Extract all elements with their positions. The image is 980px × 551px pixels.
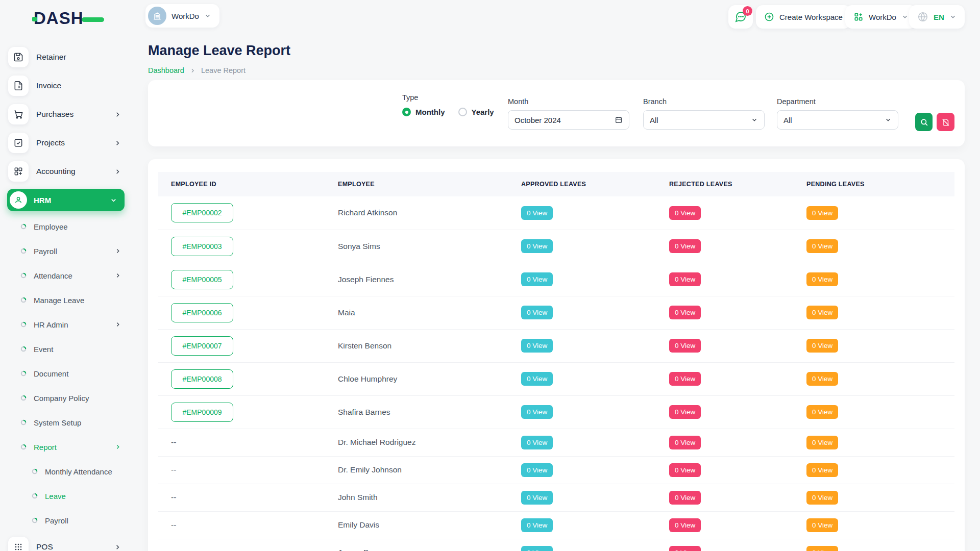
rejected-view-badge[interactable]: 0 View [669, 206, 701, 220]
messages-button[interactable]: 0 [728, 5, 753, 29]
bullet-ring-icon [32, 468, 38, 474]
sidebar-item-system-setup[interactable]: System Setup [0, 410, 133, 435]
branch-select[interactable]: All [643, 110, 765, 130]
rejected-view-badge[interactable]: 0 View [669, 272, 701, 286]
department-select[interactable]: All [777, 110, 898, 130]
sidebar-item-manage-leave[interactable]: Manage Leave [0, 288, 133, 312]
approved-view-badge[interactable]: 0 View [521, 491, 553, 505]
employee-name: Chloe Humphrey [338, 374, 397, 383]
employee-id-chip[interactable]: #EMP00005 [171, 270, 233, 289]
rejected-view-badge[interactable]: 0 View [669, 491, 701, 505]
employee-id-chip[interactable]: #EMP00009 [171, 403, 233, 422]
search-button[interactable] [915, 113, 933, 131]
chevron-right-icon [114, 247, 121, 255]
user-icon [10, 191, 27, 209]
pending-view-badge[interactable]: 0 View [806, 372, 838, 386]
rejected-view-badge[interactable]: 0 View [669, 436, 701, 449]
pending-view-badge[interactable]: 0 View [806, 491, 838, 505]
rejected-view-badge[interactable]: 0 View [669, 405, 701, 419]
sidebar-item-employee[interactable]: Employee [0, 214, 133, 239]
cart-icon [8, 104, 29, 124]
sidebar-item-company-policy[interactable]: Company Policy [0, 386, 133, 410]
pending-view-badge[interactable]: 0 View [806, 206, 838, 220]
workspace-name: WorkDo [172, 12, 199, 20]
radio-selected-icon[interactable] [402, 108, 411, 116]
rejected-view-badge[interactable]: 0 View [669, 463, 701, 477]
sidebar-item-document[interactable]: Document [0, 361, 133, 386]
approved-view-badge[interactable]: 0 View [521, 372, 553, 386]
pending-view-badge[interactable]: 0 View [806, 339, 838, 353]
pending-view-badge[interactable]: 0 View [806, 272, 838, 286]
pending-view-badge[interactable]: 0 View [806, 463, 838, 477]
sidebar: Retainer Invoice Purchases Projec [0, 31, 133, 551]
sidebar-item-monthly-attendance[interactable]: Monthly Attendance [0, 459, 133, 484]
table-header-row: EMPLOYEE ID EMPLOYEE APPROVED LEAVES REJ… [158, 172, 954, 196]
pending-view-badge[interactable]: 0 View [806, 239, 838, 253]
employee-id-chip[interactable]: #EMP00007 [171, 336, 233, 356]
reset-filter-button[interactable] [937, 113, 954, 131]
approved-view-badge[interactable]: 0 View [521, 518, 553, 532]
month-value: October 2024 [514, 116, 561, 124]
approved-view-badge[interactable]: 0 View [521, 436, 553, 449]
radio-monthly[interactable]: Monthly [402, 108, 445, 116]
sidebar-item-attendance[interactable]: Attendance [0, 263, 133, 288]
employee-name: Joseph Fiennes [338, 275, 394, 284]
invoice-icon [8, 76, 29, 96]
sidebar-item-payroll[interactable]: Payroll [0, 239, 133, 263]
sidebar-item-hrm[interactable]: HRM [7, 189, 125, 211]
filter-card: Type Monthly Yearly Month October 2024 B… [148, 80, 965, 146]
approved-view-badge[interactable]: 0 View [521, 306, 553, 319]
language-selector[interactable]: EN [909, 5, 965, 29]
chevron-right-icon [189, 67, 196, 74]
rejected-view-badge[interactable]: 0 View [669, 518, 701, 532]
type-filter-group: Type Monthly Yearly [402, 93, 494, 116]
sidebar-item-pos[interactable]: POS [0, 533, 133, 551]
app-menu-button[interactable]: WorkDo [845, 5, 917, 29]
employee-id-chip[interactable]: #EMP00008 [171, 369, 233, 389]
employee-id-chip[interactable]: #EMP00006 [171, 303, 233, 322]
sidebar-item-invoice[interactable]: Invoice [0, 71, 133, 100]
approved-view-badge[interactable]: 0 View [521, 339, 553, 353]
radio-yearly[interactable]: Yearly [458, 108, 494, 116]
sidebar-item-event[interactable]: Event [0, 337, 133, 361]
approved-view-badge[interactable]: 0 View [521, 272, 553, 286]
create-workspace-button[interactable]: Create Workspace [756, 5, 851, 29]
sidebar-item-retainer[interactable]: Retainer [0, 43, 133, 71]
rejected-view-badge[interactable]: 0 View [669, 546, 701, 551]
workspace-switcher[interactable]: WorkDo [145, 4, 219, 28]
breadcrumb-dashboard-link[interactable]: Dashboard [148, 66, 184, 74]
rejected-view-badge[interactable]: 0 View [669, 372, 701, 386]
sidebar-item-report[interactable]: Report [0, 435, 133, 459]
table-row: #EMP00003 Sonya Sims 0 View 0 View 0 Vie… [158, 230, 954, 263]
app-menu-label: WorkDo [869, 13, 896, 21]
pending-view-badge[interactable]: 0 View [806, 546, 838, 551]
sidebar-item-projects[interactable]: Projects [0, 129, 133, 157]
employee-id-chip[interactable]: #EMP00003 [171, 237, 233, 256]
approved-view-badge[interactable]: 0 View [521, 239, 553, 253]
pending-view-badge[interactable]: 0 View [806, 405, 838, 419]
chevron-down-icon [949, 13, 957, 20]
radio-unselected-icon[interactable] [458, 108, 467, 116]
rejected-view-badge[interactable]: 0 View [669, 339, 701, 353]
sidebar-item-purchases[interactable]: Purchases [0, 100, 133, 129]
approved-view-badge[interactable]: 0 View [521, 546, 553, 551]
page-title: Manage Leave Report [148, 43, 290, 59]
table-row: -- John Smith 0 View 0 View 0 View [158, 484, 954, 511]
table-row: -- Dr. Michael Rodriguez 0 View 0 View 0… [158, 429, 954, 456]
approved-view-badge[interactable]: 0 View [521, 463, 553, 477]
sidebar-item-payroll-report[interactable]: Payroll [0, 508, 133, 533]
month-input[interactable]: October 2024 [508, 110, 629, 130]
rejected-view-badge[interactable]: 0 View [669, 306, 701, 319]
employee-id-chip[interactable]: #EMP00002 [171, 203, 233, 222]
app-logo[interactable]: DASH [34, 9, 104, 28]
sidebar-item-accounting[interactable]: Accounting [0, 157, 133, 186]
sidebar-item-hr-admin[interactable]: HR Admin [0, 312, 133, 337]
pending-view-badge[interactable]: 0 View [806, 306, 838, 319]
pending-view-badge[interactable]: 0 View [806, 436, 838, 449]
sidebar-item-leave[interactable]: Leave [0, 484, 133, 508]
employee-name: Shafira Barnes [338, 408, 390, 416]
pending-view-badge[interactable]: 0 View [806, 518, 838, 532]
rejected-view-badge[interactable]: 0 View [669, 239, 701, 253]
approved-view-badge[interactable]: 0 View [521, 206, 553, 220]
approved-view-badge[interactable]: 0 View [521, 405, 553, 419]
